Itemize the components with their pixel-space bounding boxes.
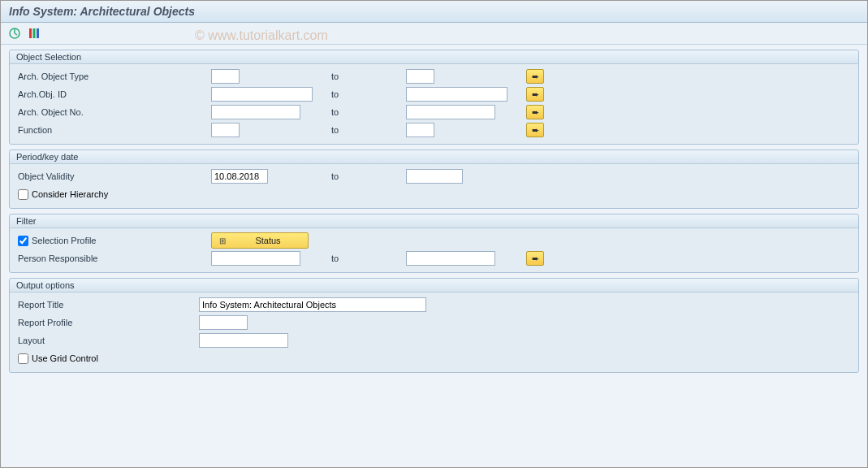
label-object-validity: Object Validity — [16, 171, 211, 181]
to-label: to — [325, 125, 406, 135]
svg-rect-4 — [33, 28, 36, 38]
label-selection-profile: Selection Profile — [32, 236, 97, 245]
row-use-grid: Use Grid Control — [16, 349, 852, 367]
label-report-title: Report Title — [16, 300, 199, 310]
to-label: to — [325, 89, 406, 99]
label-person-responsible: Person Responsible — [16, 254, 211, 263]
group-title-object-selection: Object Selection — [10, 50, 858, 64]
multiselect-arch-object-no[interactable]: ➨ — [526, 105, 544, 119]
checkbox-selection-profile[interactable] — [18, 236, 28, 246]
multiselect-function[interactable]: ➨ — [526, 123, 544, 137]
status-button-label: Status — [233, 236, 303, 245]
label-arch-object-no: Arch. Object No. — [16, 107, 211, 117]
group-title-output: Output options — [10, 279, 858, 292]
row-person-responsible: Person Responsible to ➨ — [16, 249, 852, 267]
input-arch-object-type-from[interactable] — [211, 69, 240, 84]
status-button[interactable]: ⊞ Status — [211, 232, 309, 249]
input-arch-obj-id-to[interactable] — [406, 87, 507, 102]
label-consider-hierarchy: Consider Hierarchy — [32, 189, 108, 199]
toolbar — [1, 23, 867, 45]
to-label: to — [325, 171, 406, 181]
row-arch-object-no: Arch. Object No. to ➨ — [16, 103, 852, 121]
row-report-title: Report Title — [16, 296, 852, 314]
row-layout: Layout — [16, 332, 852, 349]
input-person-responsible-to[interactable] — [406, 251, 495, 266]
execute-icon[interactable] — [7, 26, 22, 41]
group-title-period: Period/key date — [10, 150, 858, 164]
svg-line-2 — [15, 33, 17, 35]
input-arch-object-type-to[interactable] — [406, 69, 434, 84]
input-object-validity-to[interactable] — [406, 169, 463, 184]
checkbox-use-grid[interactable] — [18, 353, 28, 364]
group-output: Output options Report Title Report Profi… — [9, 278, 859, 373]
to-label: to — [325, 254, 406, 263]
checkbox-consider-hierarchy[interactable] — [18, 189, 28, 200]
expand-icon: ⊞ — [217, 236, 228, 245]
label-function: Function — [16, 125, 211, 135]
multiselect-person-responsible[interactable]: ➨ — [526, 251, 544, 266]
label-arch-object-type: Arch. Object Type — [16, 72, 211, 81]
group-title-filter: Filter — [10, 214, 858, 228]
row-arch-obj-id: Arch.Obj. ID to ➨ — [16, 85, 852, 103]
input-layout[interactable] — [199, 333, 288, 348]
label-report-profile: Report Profile — [16, 318, 199, 327]
page-title: Info System: Architectural Objects — [1, 1, 867, 23]
group-filter: Filter Selection Profile ⊞ Status Person… — [9, 214, 859, 273]
label-layout: Layout — [16, 336, 199, 345]
row-selection-profile: Selection Profile ⊞ Status — [16, 232, 852, 249]
input-object-validity-from[interactable] — [211, 169, 268, 184]
input-report-profile[interactable] — [199, 315, 248, 330]
input-report-title[interactable] — [199, 297, 426, 312]
row-arch-object-type: Arch. Object Type to ➨ — [16, 67, 852, 85]
input-person-responsible-from[interactable] — [211, 251, 300, 266]
row-object-validity: Object Validity to — [16, 167, 852, 185]
input-arch-obj-id-from[interactable] — [211, 87, 313, 102]
input-arch-object-no-from[interactable] — [211, 105, 300, 119]
input-function-to[interactable] — [406, 123, 434, 137]
group-period: Period/key date Object Validity to Consi… — [9, 150, 859, 209]
input-function-from[interactable] — [211, 123, 240, 137]
content-area: Object Selection Arch. Object Type to ➨ … — [1, 45, 867, 466]
multiselect-arch-object-type[interactable]: ➨ — [526, 69, 544, 84]
row-consider-hierarchy: Consider Hierarchy — [16, 185, 852, 203]
row-function: Function to ➨ — [16, 121, 852, 139]
multiselect-arch-obj-id[interactable]: ➨ — [526, 87, 544, 102]
to-label: to — [325, 72, 406, 81]
variants-icon[interactable] — [27, 26, 41, 41]
svg-rect-3 — [29, 28, 32, 38]
group-object-selection: Object Selection Arch. Object Type to ➨ … — [9, 50, 859, 145]
to-label: to — [325, 107, 406, 117]
row-report-profile: Report Profile — [16, 314, 852, 332]
svg-rect-5 — [37, 28, 39, 38]
input-arch-object-no-to[interactable] — [406, 105, 495, 119]
label-arch-obj-id: Arch.Obj. ID — [16, 89, 211, 99]
label-use-grid: Use Grid Control — [32, 353, 98, 363]
